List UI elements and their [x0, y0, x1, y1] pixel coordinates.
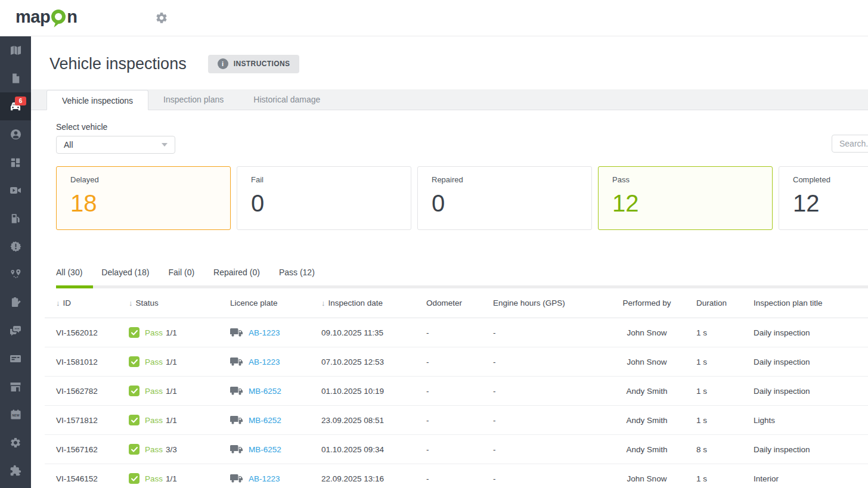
vehicles-notification-badge: 6	[15, 97, 26, 105]
filter-tab-fail[interactable]: Fail (0)	[169, 268, 195, 277]
column-header-plan-title[interactable]: Inspection plan title	[742, 288, 868, 318]
sidebar-item-routes[interactable]	[0, 260, 31, 288]
filter-tabs: All (30) Delayed (18) Fail (0) Repaired …	[31, 268, 868, 277]
sidebar-item-settings[interactable]	[0, 428, 31, 456]
sidebar-item-vehicles[interactable]: 6	[0, 92, 31, 120]
cell-licence-plate: AB-1223	[219, 464, 310, 488]
sidebar-item-addons[interactable]	[0, 456, 31, 484]
column-header-engine-hours[interactable]: Engine hours (GPS)	[482, 288, 597, 318]
sidebar-item-cameras[interactable]	[0, 176, 31, 204]
tab-historical-damage[interactable]: Historical damage	[238, 89, 335, 110]
sidebar-item-documents[interactable]	[0, 64, 31, 92]
table-row[interactable]: VI-1567162 Pass3/3 MB-6252 01.10.2025 09…	[45, 435, 868, 464]
truck-icon	[230, 415, 243, 425]
column-header-id[interactable]: ↓ID	[45, 288, 117, 318]
cell-id: VI-1562782	[45, 377, 117, 406]
cell-duration: 1 s	[685, 464, 742, 488]
truck-icon	[230, 386, 243, 396]
filter-tab-delayed[interactable]: Delayed (18)	[101, 268, 149, 277]
cell-performed-by: John Snow	[597, 347, 685, 377]
filter-tabs-scrollbar[interactable]	[56, 285, 868, 288]
column-header-duration[interactable]: Duration	[685, 288, 742, 318]
table-row[interactable]: VI-1581012 Pass1/1 AB-1223 07.10.2025 12…	[45, 347, 868, 377]
stat-card-pass[interactable]: Pass 12	[598, 166, 773, 230]
sidebar-item-marketplace[interactable]	[0, 372, 31, 400]
cell-id: VI-1567162	[45, 435, 117, 464]
cell-plan-title: Daily inspection	[742, 435, 868, 464]
vehicle-select[interactable]: All	[56, 136, 175, 154]
main-content: Vehicle inspections INSTRUCTIONS Vehicle…	[31, 36, 868, 488]
table-row[interactable]: VI-1546152 Pass1/1 AB-1223 22.09.2025 13…	[45, 464, 868, 488]
stat-card-label: Fail	[251, 175, 397, 184]
cell-licence-plate: MB-6252	[219, 406, 310, 435]
tab-inspection-plans[interactable]: Inspection plans	[148, 89, 238, 110]
tab-vehicle-inspections[interactable]: Vehicle inspections	[46, 90, 148, 110]
column-header-performed-by[interactable]: Performed by	[597, 288, 685, 318]
sidebar-item-fuel[interactable]	[0, 204, 31, 232]
table-row[interactable]: VI-1562012 Pass1/1 AB-1223 09.10.2025 11…	[45, 318, 868, 347]
filter-tab-all[interactable]: All (30)	[56, 268, 82, 277]
sidebar-item-tasks[interactable]	[0, 288, 31, 316]
main-tabs: Vehicle inspections Inspection plans His…	[31, 89, 868, 110]
cell-engine-hours: -	[482, 347, 597, 377]
status-count: 1/1	[166, 416, 177, 425]
column-header-status[interactable]: ↓Status	[117, 288, 219, 318]
sidebar-item-chat[interactable]	[0, 316, 31, 344]
cell-performed-by: Andy Smith	[597, 435, 685, 464]
mapon-logo[interactable]: map n	[16, 8, 77, 27]
cell-status: Pass1/1	[117, 318, 219, 347]
status-label: Pass	[145, 387, 163, 396]
pass-check-icon	[129, 415, 140, 425]
sidebar-item-map[interactable]	[0, 36, 31, 64]
instructions-button[interactable]: INSTRUCTIONS	[208, 55, 300, 73]
licence-plate-link[interactable]: AB-1223	[249, 474, 280, 483]
inspections-table: ↓ID ↓Status Licence plate ↓Inspection da…	[45, 288, 868, 488]
filter-tab-pass[interactable]: Pass (12)	[279, 268, 315, 277]
cell-plan-title: Interior	[742, 464, 868, 488]
stat-card-label: Repaired	[432, 175, 578, 184]
status-label: Pass	[145, 445, 163, 454]
sidebar-item-dashboard[interactable]	[0, 148, 31, 176]
search-input[interactable]	[832, 135, 868, 153]
licence-plate-link[interactable]: MB-6252	[249, 387, 281, 396]
chevron-down-icon	[162, 143, 168, 147]
licence-plate-link[interactable]: AB-1223	[249, 358, 280, 366]
table-row[interactable]: VI-1562782 Pass1/1 MB-6252 01.10.2025 10…	[45, 377, 868, 406]
licence-plate-link[interactable]: MB-6252	[249, 416, 281, 425]
stat-card-completed[interactable]: Completed 12	[779, 166, 868, 230]
user-icon	[10, 129, 21, 140]
stat-card-repaired[interactable]: Repaired 0	[417, 166, 592, 230]
column-header-inspection-date[interactable]: ↓Inspection date	[310, 288, 415, 318]
sidebar-item-users[interactable]	[0, 120, 31, 148]
cell-engine-hours: -	[482, 464, 597, 488]
sidebar-item-calendar[interactable]: NEW	[0, 400, 31, 428]
licence-plate-link[interactable]: AB-1223	[249, 328, 280, 337]
cell-duration: 1 s	[685, 377, 742, 406]
pass-check-icon	[129, 327, 140, 338]
filter-tab-repaired[interactable]: Repaired (0)	[213, 268, 260, 277]
header-gear-icon[interactable]	[155, 11, 168, 24]
cell-status: Pass1/1	[117, 377, 219, 406]
status-label: Pass	[145, 474, 163, 483]
status-count: 3/3	[166, 445, 177, 454]
column-header-licence-plate[interactable]: Licence plate	[219, 288, 310, 318]
pass-check-icon	[129, 356, 140, 367]
info-icon	[218, 58, 228, 69]
stat-card-fail[interactable]: Fail 0	[237, 166, 411, 230]
cell-performed-by: Andy Smith	[597, 377, 685, 406]
cell-engine-hours: -	[482, 406, 597, 435]
cell-plan-title: Daily inspection	[742, 377, 868, 406]
sidebar-item-cards[interactable]	[0, 344, 31, 372]
table-row[interactable]: VI-1571812 Pass1/1 MB-6252 23.09.2025 08…	[45, 406, 868, 435]
stat-card-value: 12	[612, 191, 758, 215]
cell-inspection-date: 01.10.2025 09:34	[310, 435, 415, 464]
column-header-odometer[interactable]: Odometer	[415, 288, 482, 318]
stat-card-delayed[interactable]: Delayed 18	[56, 166, 231, 230]
cell-inspection-date: 09.10.2025 11:35	[310, 318, 415, 347]
cell-odometer: -	[415, 406, 482, 435]
sidebar-item-alerts[interactable]	[0, 232, 31, 260]
logo-bubble-icon	[50, 9, 67, 28]
cell-performed-by: John Snow	[597, 464, 685, 488]
licence-plate-link[interactable]: MB-6252	[249, 445, 281, 454]
svg-text:NEW: NEW	[12, 414, 19, 417]
